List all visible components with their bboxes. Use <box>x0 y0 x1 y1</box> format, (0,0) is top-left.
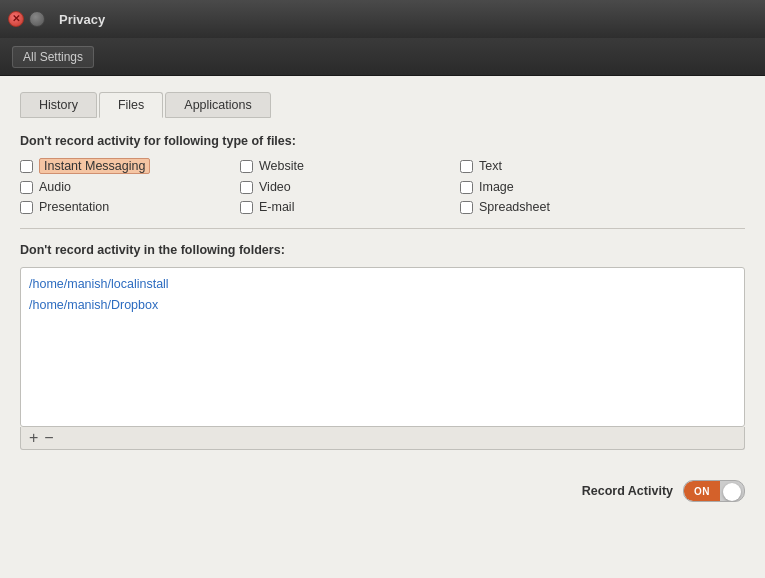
main-content: History Files Applications Don't record … <box>0 76 765 466</box>
divider <box>20 228 745 229</box>
all-settings-button[interactable]: All Settings <box>12 46 94 68</box>
folder-controls: + − <box>20 427 745 450</box>
image-label: Image <box>479 180 514 194</box>
presentation-label: Presentation <box>39 200 109 214</box>
checkbox-video: Video <box>240 180 460 194</box>
tab-files[interactable]: Files <box>99 92 163 118</box>
folders-title: Don't record activity in the following f… <box>20 243 745 257</box>
checkbox-image-input[interactable] <box>460 181 473 194</box>
checkbox-email-input[interactable] <box>240 201 253 214</box>
checkbox-instant-messaging: Instant Messaging <box>20 158 240 174</box>
toolbar: All Settings <box>0 38 765 76</box>
folders-list: /home/manish/localinstall /home/manish/D… <box>20 267 745 427</box>
checkbox-presentation: Presentation <box>20 200 240 214</box>
toggle-on-label: ON <box>684 481 720 501</box>
window-controls: ✕ <box>8 11 45 27</box>
checkbox-text-input[interactable] <box>460 160 473 173</box>
checkbox-spreadsheet-input[interactable] <box>460 201 473 214</box>
add-folder-button[interactable]: + <box>29 430 44 446</box>
checkbox-audio: Audio <box>20 180 240 194</box>
folder-item-0: /home/manish/localinstall <box>29 274 736 295</box>
email-label: E-mail <box>259 200 294 214</box>
checkbox-spreadsheet: Spreadsheet <box>460 200 680 214</box>
titlebar: ✕ Privacy <box>0 0 765 38</box>
video-label: Video <box>259 180 291 194</box>
tab-history[interactable]: History <box>20 92 97 118</box>
record-activity-label: Record Activity <box>582 484 673 498</box>
close-button[interactable]: ✕ <box>8 11 24 27</box>
tab-applications[interactable]: Applications <box>165 92 270 118</box>
audio-label: Audio <box>39 180 71 194</box>
instant-messaging-label: Instant Messaging <box>39 158 150 174</box>
checkbox-website-input[interactable] <box>240 160 253 173</box>
checkbox-presentation-input[interactable] <box>20 201 33 214</box>
checkbox-video-input[interactable] <box>240 181 253 194</box>
folder-item-1: /home/manish/Dropbox <box>29 295 736 316</box>
window-title: Privacy <box>59 12 105 27</box>
minimize-button[interactable] <box>29 11 45 27</box>
text-label: Text <box>479 159 502 173</box>
remove-folder-button[interactable]: − <box>44 430 59 446</box>
website-label: Website <box>259 159 304 173</box>
file-types-grid: Instant Messaging Website Text Audio Vid… <box>20 158 745 214</box>
spreadsheet-label: Spreadsheet <box>479 200 550 214</box>
file-types-title: Don't record activity for following type… <box>20 134 745 148</box>
checkbox-email: E-mail <box>240 200 460 214</box>
checkbox-audio-input[interactable] <box>20 181 33 194</box>
bottom-bar: Record Activity ON <box>0 466 765 514</box>
record-activity-toggle[interactable]: ON <box>683 480 745 502</box>
toggle-handle <box>723 483 741 501</box>
checkbox-website: Website <box>240 158 460 174</box>
checkbox-image: Image <box>460 180 680 194</box>
tab-bar: History Files Applications <box>20 92 745 118</box>
checkbox-instant-messaging-input[interactable] <box>20 160 33 173</box>
checkbox-text: Text <box>460 158 680 174</box>
